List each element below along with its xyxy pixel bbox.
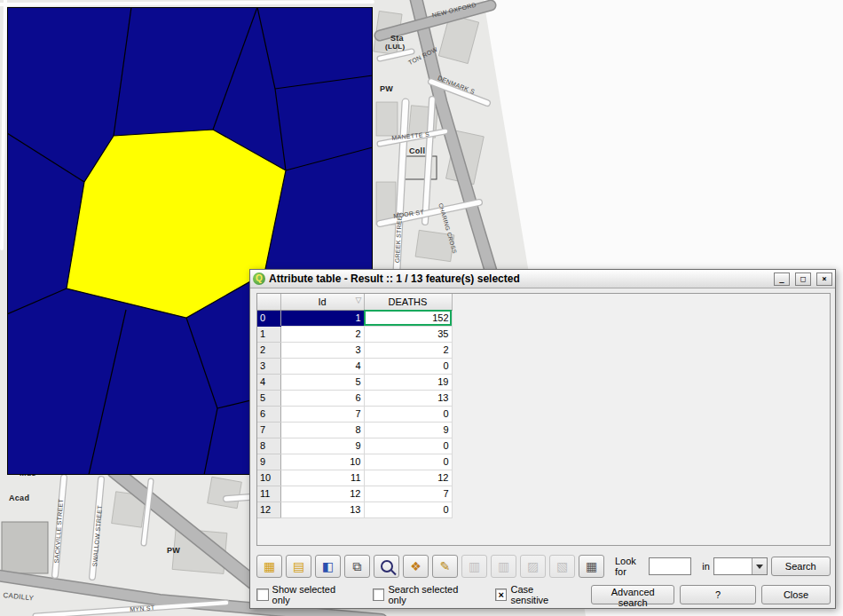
- attribute-table-viewport[interactable]: Id ▽ DEATHS 0115212352323404519561367078…: [256, 293, 831, 546]
- cell-deaths[interactable]: 152: [364, 310, 452, 326]
- cell-id[interactable]: 6: [280, 390, 364, 406]
- copy-selected-rows-button[interactable]: ⧉: [344, 555, 370, 578]
- attribute-table-dialog: Q Attribute table - Result :: 1 / 13 fea…: [249, 269, 836, 609]
- toggle-editing-button[interactable]: ✎: [432, 555, 458, 578]
- cell-id[interactable]: 4: [280, 358, 364, 374]
- unselect-features-button[interactable]: ▦: [256, 555, 282, 578]
- checkbox-box[interactable]: [256, 588, 269, 601]
- dialog-footer: Show selected onlySearch selected only×C…: [256, 584, 831, 605]
- cell-deaths[interactable]: 13: [364, 390, 452, 406]
- checkbox-case-sensitive[interactable]: ×Case sensitive: [495, 584, 571, 605]
- row-header[interactable]: 6: [257, 406, 280, 422]
- cell-id[interactable]: 3: [280, 342, 364, 358]
- field-calculator-icon: ▦: [586, 560, 597, 573]
- toolbar-buttons: ▦▤◧⧉❖✎▥▥▨▧▦: [256, 555, 604, 578]
- invert-selection-icon: ◧: [322, 560, 334, 573]
- cell-deaths[interactable]: 19: [364, 374, 452, 390]
- table-row: 11127: [257, 486, 452, 501]
- row-header[interactable]: 9: [257, 454, 280, 470]
- row-header[interactable]: 3: [257, 358, 280, 374]
- cell-deaths[interactable]: 12: [364, 470, 452, 486]
- cell-id[interactable]: 10: [280, 454, 364, 470]
- table-row: 01152: [257, 310, 452, 326]
- row-header[interactable]: 11: [257, 486, 280, 501]
- combobox-dropdown-button[interactable]: [752, 558, 767, 574]
- chevron-down-icon: [756, 565, 763, 569]
- maximize-button[interactable]: □: [795, 272, 811, 286]
- checkbox-show-selected-only[interactable]: Show selected only: [256, 584, 353, 605]
- new-row-button[interactable]: ▧: [549, 555, 575, 578]
- copy-selected-rows-icon: ⧉: [353, 560, 362, 573]
- cell-deaths[interactable]: 0: [364, 358, 452, 374]
- pan-to-selected-button[interactable]: ❖: [403, 555, 429, 578]
- cell-id[interactable]: 7: [280, 406, 364, 422]
- dialog-titlebar[interactable]: Q Attribute table - Result :: 1 / 13 fea…: [250, 270, 835, 288]
- cell-deaths[interactable]: 0: [364, 406, 452, 422]
- cell-id[interactable]: 8: [280, 422, 364, 438]
- academy-building: [2, 522, 48, 573]
- cell-deaths[interactable]: 35: [364, 326, 452, 342]
- row-header[interactable]: 8: [257, 438, 280, 454]
- row-header[interactable]: 5: [257, 390, 280, 406]
- row-header[interactable]: 2: [257, 342, 280, 358]
- column-header-deaths-label: DEATHS: [389, 296, 428, 307]
- help-button[interactable]: ?: [680, 585, 756, 604]
- checkbox-label: Case sensitive: [510, 584, 571, 605]
- row-header[interactable]: 4: [257, 374, 280, 390]
- move-selection-to-top-button[interactable]: ▤: [286, 555, 311, 578]
- new-column-icon: ▨: [527, 560, 539, 573]
- close-window-button[interactable]: ×: [816, 272, 832, 286]
- footer-checkboxes: Show selected onlySearch selected only×C…: [256, 584, 591, 605]
- save-edits-button[interactable]: ▥: [461, 555, 487, 578]
- table-row: 1235: [257, 326, 452, 342]
- column-header-deaths[interactable]: DEATHS: [364, 294, 452, 310]
- minimize-button[interactable]: _: [774, 272, 790, 286]
- cell-deaths[interactable]: 9: [364, 422, 452, 438]
- cell-id[interactable]: 5: [280, 374, 364, 390]
- cell-id[interactable]: 12: [280, 486, 364, 501]
- row-header[interactable]: 0: [257, 310, 280, 326]
- checkbox-label: Search selected only: [388, 584, 475, 605]
- magnifier-icon: [381, 560, 393, 573]
- advanced-search-button[interactable]: Advanced search: [591, 585, 674, 604]
- cell-id[interactable]: 11: [280, 470, 364, 486]
- checkbox-box[interactable]: [373, 588, 385, 601]
- column-header-id-label: Id: [318, 296, 326, 307]
- checkbox-label: Show selected only: [272, 584, 353, 605]
- delete-column-button[interactable]: ▥: [491, 555, 516, 578]
- cell-deaths[interactable]: 0: [364, 454, 452, 470]
- delete-column-icon: ▥: [498, 560, 509, 573]
- search-button[interactable]: Search: [771, 557, 831, 576]
- cell-deaths[interactable]: 0: [364, 501, 452, 517]
- cell-deaths[interactable]: 2: [364, 342, 452, 358]
- close-button[interactable]: Close: [761, 585, 831, 604]
- table-row: 101112: [257, 470, 452, 486]
- cell-id[interactable]: 13: [280, 501, 364, 517]
- column-header-id[interactable]: Id ▽: [280, 294, 364, 310]
- table-row: 4519: [257, 374, 452, 390]
- row-header[interactable]: 7: [257, 422, 280, 438]
- look-for-input[interactable]: [649, 557, 691, 575]
- cell-id[interactable]: 1: [280, 310, 364, 326]
- table-row: 12130: [257, 501, 452, 517]
- move-selection-to-top-icon: ▤: [293, 560, 304, 573]
- cell-id[interactable]: 2: [280, 326, 364, 342]
- cell-deaths[interactable]: 0: [364, 438, 452, 454]
- invert-selection-button[interactable]: ◧: [315, 555, 341, 578]
- table-row: 232: [257, 342, 452, 358]
- zoom-to-selected-button[interactable]: [374, 555, 399, 578]
- row-header[interactable]: 12: [257, 501, 280, 517]
- field-combobox[interactable]: [713, 557, 768, 575]
- checkbox-search-selected-only[interactable]: Search selected only: [373, 584, 476, 605]
- cell-deaths[interactable]: 7: [364, 486, 452, 501]
- field-calculator-button[interactable]: ▦: [579, 555, 604, 578]
- table-row: 890: [257, 438, 452, 454]
- new-column-button[interactable]: ▨: [520, 555, 546, 578]
- row-header[interactable]: 1: [257, 326, 280, 342]
- row-header[interactable]: 10: [257, 470, 280, 486]
- corner-header[interactable]: [257, 294, 280, 310]
- checkbox-box[interactable]: ×: [495, 588, 508, 601]
- unselect-features-icon: ▦: [264, 560, 275, 573]
- new-row-icon: ▧: [556, 560, 568, 573]
- cell-id[interactable]: 9: [280, 438, 364, 454]
